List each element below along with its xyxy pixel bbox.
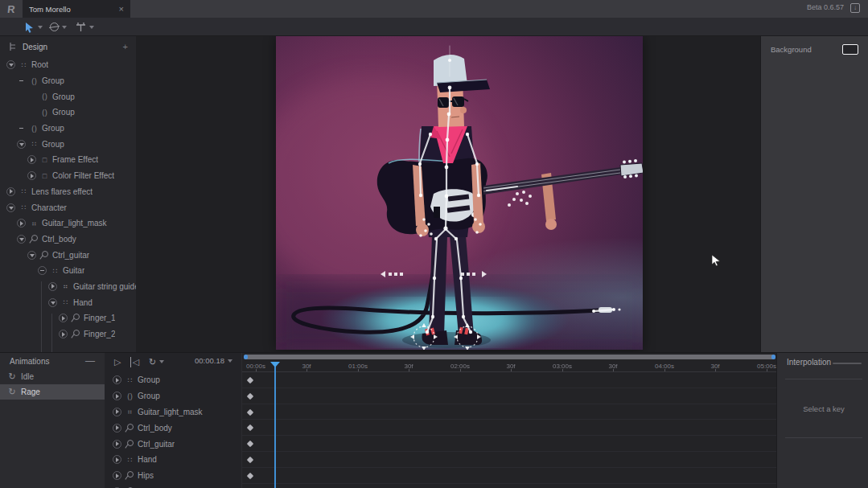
playhead-line[interactable] (274, 364, 276, 488)
timeline-track-row[interactable] (105, 484, 241, 488)
expander-icon[interactable] (17, 235, 26, 244)
hierarchy-item-character[interactable]: ∷Character (0, 199, 136, 215)
expander-icon[interactable] (27, 251, 36, 260)
timeline-track-hips[interactable]: Hips (105, 468, 241, 484)
expander-icon[interactable] (6, 187, 15, 196)
expander-icon[interactable] (113, 392, 121, 400)
loop-mode-button[interactable]: ↻ (149, 357, 164, 367)
timeline-track-group[interactable]: ∷Group (105, 372, 241, 388)
file-tab[interactable]: Tom Morello × (23, 0, 130, 18)
hierarchy-item-guitar[interactable]: ∷Guitar (0, 263, 136, 279)
collapse-icon[interactable]: — (85, 355, 95, 367)
expander-icon[interactable] (48, 298, 57, 307)
expander-icon[interactable] (27, 171, 36, 180)
loop-icon: ↻ (8, 387, 16, 397)
animation-item-label: Rage (21, 388, 40, 396)
stage[interactable] (136, 36, 760, 352)
keyframe-diamond[interactable] (247, 393, 253, 400)
keyframe-diamond[interactable] (247, 473, 253, 479)
pin-icon (125, 440, 134, 449)
hierarchy-item-ctrl-guitar[interactable]: Ctrl_guitar (0, 247, 136, 263)
expander-icon[interactable] (6, 203, 15, 212)
hierarchy-item-group[interactable]: ( )Group (0, 73, 136, 89)
hierarchy-item-finger-1[interactable]: Finger_1 (0, 310, 136, 326)
expander-icon[interactable] (17, 76, 26, 85)
hierarchy-item-finger-2[interactable]: Finger_2 (0, 326, 136, 342)
loop-icon: ↻ (8, 371, 16, 382)
hierarchy-item-frame-effect[interactable]: □Frame Effect (0, 152, 136, 168)
hierarchy-item-label: Group (42, 124, 64, 133)
hierarchy-item-group[interactable]: ( )Group (0, 105, 136, 121)
beta-version-label: Beta 0.6.57 (807, 3, 844, 11)
keyframe-row (242, 388, 776, 404)
hierarchy-item-guitar-string-guide[interactable]: ⠶Guitar string guide (0, 279, 136, 295)
select-tool-button[interactable] (24, 20, 43, 34)
expander-icon[interactable] (113, 408, 121, 416)
keyframe-diamond[interactable] (247, 377, 253, 383)
timeline-track-guitar-light-mask[interactable]: ⠶Guitar_light_mask (105, 404, 241, 420)
expander-icon[interactable] (113, 440, 121, 449)
mask-icon: ⠶ (125, 408, 134, 416)
expander-icon[interactable] (59, 314, 68, 322)
timeline-scrollbar[interactable] (244, 355, 775, 359)
hierarchy-item-lens-flares-effect[interactable]: ∷Lens flares effect (0, 184, 136, 200)
triangle-right-icon (10, 189, 13, 194)
hierarchy-item-label: Finger_1 (84, 314, 115, 322)
ruler-tick (613, 369, 614, 371)
playhead-handle[interactable] (270, 362, 280, 367)
expander-icon[interactable] (113, 471, 121, 480)
interpolation-empty-state: Select a key (785, 379, 862, 438)
timeline-ruler[interactable]: 00:00s30f01:00s30f02:00s30f03:00s30f04:0… (242, 361, 776, 372)
hierarchy-item-label: Frame Effect (52, 155, 98, 164)
hierarchy-item-group[interactable]: ∷Group (0, 136, 136, 152)
timeline-track-group[interactable]: ( )Group (105, 388, 241, 404)
expander-icon[interactable] (59, 330, 68, 338)
hierarchy-item-root[interactable]: ∷Root (0, 57, 136, 73)
ruler-tick (409, 369, 409, 371)
keyframe-diamond[interactable] (247, 441, 253, 447)
timeline-track-hand[interactable]: ∷Hand (105, 452, 241, 468)
add-icon[interactable]: + (123, 42, 128, 51)
hierarchy-item-group[interactable]: ( )Group (0, 88, 136, 105)
hierarchy-item-group[interactable]: ( )Group (0, 121, 136, 137)
rig-tool-button[interactable] (76, 20, 94, 34)
timeline-track-ctrl-guitar[interactable]: Ctrl_guitar (105, 436, 241, 452)
time-display[interactable]: 00:00.18 (195, 356, 248, 365)
play-button[interactable]: ▷ (114, 357, 121, 367)
hierarchy-item-guitar-light-mask[interactable]: ⠶Guitar_light_mask (0, 215, 136, 232)
app-logo-icon[interactable]: R (0, 0, 23, 18)
mouse-cursor-icon (711, 254, 722, 266)
keyframe-row (242, 468, 776, 484)
expander-icon[interactable] (27, 155, 36, 164)
hierarchy-item-color-filter-effect[interactable]: □Color Filter Effect (0, 168, 136, 184)
pin-icon (125, 471, 134, 480)
triangle-right-icon (116, 394, 119, 399)
animation-item-rage[interactable]: ↻Rage (0, 384, 105, 400)
hierarchy-item-hand[interactable]: ∷Hand (0, 294, 136, 310)
expander-icon[interactable] (17, 124, 26, 133)
expander-icon[interactable] (113, 375, 121, 384)
hierarchy-item-label: Ctrl_guitar (52, 251, 89, 260)
close-icon[interactable]: × (119, 4, 124, 14)
keyframe-diamond[interactable] (247, 424, 253, 431)
shape-tool-button[interactable] (50, 20, 67, 34)
keyframe-diamond[interactable] (247, 457, 253, 463)
animation-item-idle[interactable]: ↻Idle (0, 369, 105, 384)
hierarchy-item-ctrl-body[interactable]: Ctrl_body (0, 232, 136, 248)
expander-icon[interactable] (113, 424, 121, 433)
expander-icon[interactable] (38, 266, 47, 275)
animations-panel: Animations — ↻Idle↻Rage (0, 353, 105, 488)
expander-icon[interactable] (17, 219, 26, 228)
artboard-canvas[interactable] (276, 36, 643, 350)
expander-icon[interactable] (113, 455, 121, 464)
timeline-track-ctrl-body[interactable]: Ctrl_body (105, 420, 241, 436)
download-icon[interactable]: ↓ (850, 3, 860, 13)
expander-icon[interactable] (6, 60, 15, 69)
skip-to-start-button[interactable]: ◁ (130, 357, 138, 367)
timeline-keys-area[interactable]: 00:00s30f01:00s30f02:00s30f03:00s30f04:0… (241, 353, 776, 488)
triangle-right-icon (31, 174, 34, 178)
expander-icon[interactable] (17, 140, 26, 149)
expander-icon[interactable] (48, 282, 57, 291)
background-color-swatch[interactable] (842, 44, 858, 55)
keyframe-diamond[interactable] (247, 408, 253, 415)
